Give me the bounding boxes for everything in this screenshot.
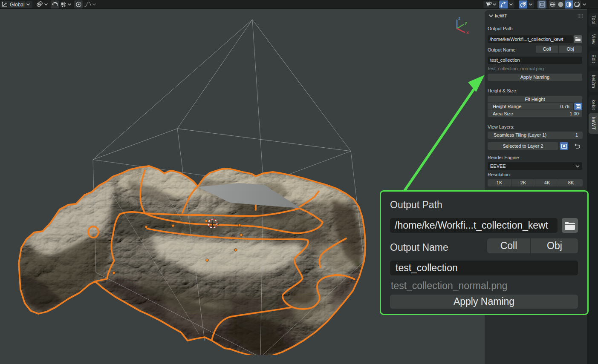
svg-text:x: x: [466, 30, 469, 35]
svg-text:y: y: [465, 20, 468, 25]
svg-text:z: z: [458, 15, 461, 20]
